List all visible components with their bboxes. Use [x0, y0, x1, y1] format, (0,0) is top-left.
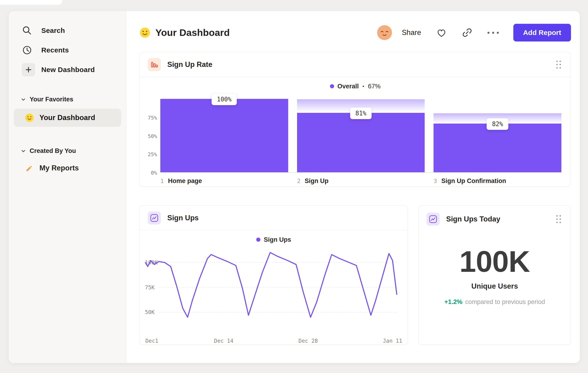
funnel-report-icon — [148, 58, 161, 71]
sidebar: Search Recents New Dashboard Your Favori… — [9, 11, 126, 363]
dashboard-grid: Sign Up Rate Overall • 67% 75%50%25%0% 1… — [126, 52, 580, 345]
sign-ups-card: Sign Ups Sign Ups 100K75K50KDec1Dec 14De… — [139, 205, 408, 345]
funnel-bar-column[interactable]: 81% — [297, 99, 425, 172]
funnel-chart: 75%50%25%0% 100%81%82% — [145, 99, 561, 173]
recents-clock-icon — [22, 45, 32, 55]
sidebar-item-new-dashboard[interactable]: New Dashboard — [14, 60, 121, 80]
main-area: Your Dashboard Share Add Report — [126, 11, 580, 363]
smiley-emoji-icon — [25, 113, 34, 122]
card-header: Sign Up Rate — [140, 52, 571, 77]
favorites-section-header[interactable]: Your Favorites — [21, 96, 121, 103]
bar-value-label: 81% — [350, 108, 372, 119]
share-button[interactable]: Share — [402, 29, 421, 37]
legend-dot — [256, 238, 260, 242]
delta-badge: +1.2% — [444, 298, 462, 305]
legend-value: 67% — [368, 83, 381, 90]
funnel-bar-fill — [433, 123, 561, 172]
desktop-background: Search Recents New Dashboard Your Favori… — [0, 0, 588, 373]
dashboard-header: Your Dashboard Share Add Report — [126, 11, 580, 52]
header-actions: Share Add Report — [377, 24, 571, 41]
add-report-button[interactable]: Add Report — [513, 24, 571, 41]
delta-caption: compared to previous period — [465, 298, 545, 305]
plus-icon — [22, 63, 35, 76]
sidebar-item-label: Search — [41, 27, 65, 34]
card-header: Sign Ups — [140, 206, 408, 230]
funnel-bar-fill — [160, 99, 288, 172]
x-axis-tick-label: Jan 11 — [383, 338, 402, 344]
search-icon — [22, 25, 32, 36]
card-title: Sign Up Rate — [167, 60, 212, 69]
page-title: Your Dashboard — [155, 27, 230, 38]
funnel-ytick-label: 0% — [151, 170, 157, 176]
sidebar-item-label: Recents — [41, 46, 69, 54]
legend-series-name: Overall — [337, 83, 359, 90]
bar-value-label: 100% — [212, 93, 237, 105]
legend-separator: • — [363, 83, 364, 89]
delta-row: +1.2%compared to previous period — [419, 298, 571, 306]
legend-series-name: Sign Ups — [264, 236, 291, 243]
x-axis-tick-label: Dec1 — [145, 338, 158, 344]
sidebar-item-label: Your Dashboard — [39, 113, 95, 122]
sidebar-item-label: My Reports — [39, 164, 79, 172]
background-window-edge — [0, 0, 62, 5]
drag-handle-icon[interactable] — [554, 213, 563, 225]
legend-dot — [330, 84, 334, 88]
funnel-step-name: Sign Up — [305, 177, 328, 185]
y-axis-tick-label: 50K — [145, 309, 155, 315]
funnel-step-name: Sign Up Confirmation — [441, 177, 506, 185]
funnel-y-axis: 75%50%25%0% — [145, 99, 160, 173]
funnel-step-index: 2 — [297, 178, 301, 184]
app-window: Search Recents New Dashboard Your Favori… — [8, 11, 580, 363]
funnel-plot[interactable]: 100%81%82% — [160, 99, 561, 173]
sign-ups-today-card: Sign Ups Today 100K Unique Users +1.2%co… — [418, 205, 571, 345]
smiley-emoji-icon — [139, 27, 150, 38]
sidebar-item-your-dashboard[interactable]: Your Dashboard — [14, 109, 121, 127]
x-axis-tick-label: Dec 14 — [214, 338, 233, 344]
favorite-heart-icon[interactable] — [436, 27, 447, 38]
sign-ups-line-chart[interactable]: 100K75K50KDec1Dec 14Dec 28Jan 11 — [144, 246, 403, 344]
section-title: Your Favorites — [30, 96, 73, 103]
avatar[interactable] — [377, 25, 392, 40]
sign-up-rate-card: Sign Up Rate Overall • 67% 75%50%25%0% 1… — [139, 52, 571, 187]
funnel-step-name: Home page — [168, 177, 202, 185]
big-number-label: Unique Users — [419, 282, 571, 291]
funnel-step-label: 2Sign Up — [297, 177, 425, 185]
funnel-x-labels: 1Home page2Sign Up3Sign Up Confirmation — [160, 173, 561, 185]
x-axis-tick-label: Dec 28 — [298, 338, 318, 344]
funnel-step-index: 1 — [160, 178, 164, 184]
funnel-legend: Overall • 67% — [140, 82, 571, 90]
copy-link-icon[interactable] — [462, 27, 472, 38]
chevron-down-icon — [21, 97, 26, 102]
card-title: Sign Ups Today — [446, 215, 500, 223]
y-axis-tick-label: 75K — [145, 284, 155, 291]
line-legend: Sign Ups — [140, 236, 408, 243]
card-title: Sign Ups — [167, 214, 199, 222]
line-chart-report-icon — [427, 213, 440, 226]
line-chart-report-icon — [148, 212, 161, 224]
funnel-step-label: 3Sign Up Confirmation — [433, 177, 561, 185]
funnel-step-label: 1Home page — [160, 177, 288, 185]
pencil-emoji-icon — [25, 164, 34, 172]
sidebar-item-search[interactable]: Search — [14, 21, 121, 40]
created-by-you-section-header[interactable]: Created By You — [21, 147, 121, 155]
sidebar-item-recents[interactable]: Recents — [14, 40, 121, 60]
section-title: Created By You — [30, 147, 76, 155]
funnel-bar-fill — [297, 113, 425, 172]
sign-ups-series-line — [145, 252, 397, 317]
chevron-down-icon — [21, 149, 26, 154]
funnel-bar-column[interactable]: 100% — [160, 99, 288, 172]
drag-handle-icon[interactable] — [554, 59, 563, 71]
card-header: Sign Ups Today — [419, 206, 571, 233]
funnel-ytick-label: 50% — [148, 133, 157, 139]
big-number-value: 100K — [419, 247, 571, 276]
sidebar-item-label: New Dashboard — [41, 66, 95, 74]
funnel-bar-column[interactable]: 82% — [433, 99, 561, 172]
sidebar-item-my-reports[interactable]: My Reports — [14, 161, 121, 175]
funnel-step-index: 3 — [433, 178, 437, 184]
more-options-icon[interactable] — [487, 32, 499, 34]
funnel-ytick-label: 75% — [148, 115, 157, 121]
funnel-ytick-label: 25% — [148, 151, 157, 157]
bar-value-label: 82% — [487, 118, 508, 130]
